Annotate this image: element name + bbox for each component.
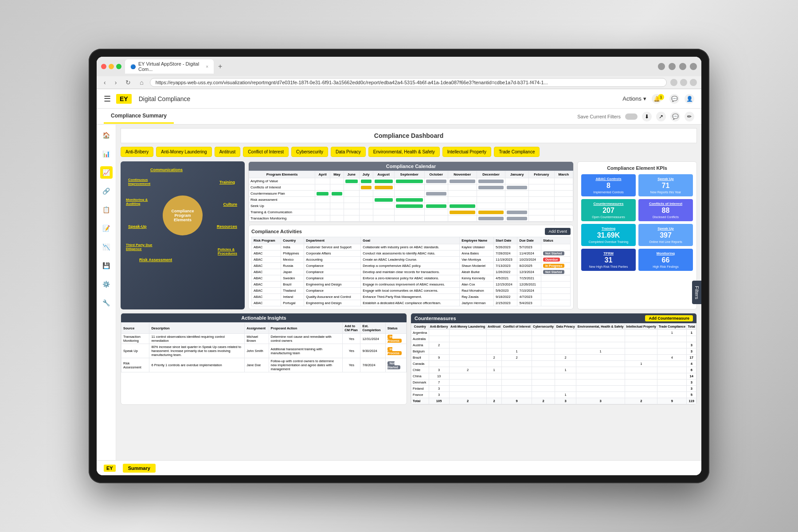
- kpi-card: Compliance Element KPIs ABAC Controls 8 …: [577, 161, 697, 309]
- kpi-item[interactable]: Training 31.69K Completed Overdue Traini…: [581, 224, 636, 246]
- home-button[interactable]: ⌂: [137, 78, 146, 87]
- act-col-dept: Department: [304, 237, 361, 244]
- back-button[interactable]: ‹: [101, 78, 109, 87]
- cpe-risk-label[interactable]: Risk Assessment: [139, 258, 172, 262]
- category-pill[interactable]: Data Privacy: [331, 147, 366, 157]
- hamburger-icon[interactable]: ☰: [104, 94, 111, 104]
- compliance-summary-tab[interactable]: Compliance Summary: [104, 109, 174, 124]
- category-pill[interactable]: Environmental, Health & Safety: [368, 147, 440, 157]
- kpi-item-label[interactable]: ABAC Controls: [584, 177, 633, 181]
- cm-col-ip: Intellectual Property: [625, 324, 657, 330]
- sidebar-links-icon[interactable]: 🔗: [100, 185, 113, 197]
- sidebar: 🏠 📊 📈 🔗 📋 📝 📉 💾 ⚙️ 🔧: [97, 125, 116, 460]
- download-icon[interactable]: ⬇: [642, 112, 652, 121]
- maximize-button[interactable]: [116, 64, 121, 69]
- kpi-item-label[interactable]: Conflicts of Interest: [641, 202, 690, 206]
- cal-col-jul: July: [359, 171, 373, 178]
- kpi-item-label[interactable]: Training: [584, 227, 633, 231]
- kpi-item[interactable]: TPRM 31 New High Risk Third Parties: [581, 249, 636, 271]
- kpi-item[interactable]: ABAC Controls 8 Implemented Controls: [581, 174, 636, 196]
- url-field[interactable]: https://eyapps-web-uss.ey.com/visualizat…: [150, 78, 667, 87]
- cm-col-coi: Conflict of Interest: [502, 324, 532, 330]
- new-tab-button[interactable]: +: [215, 63, 225, 70]
- refresh-button[interactable]: ↻: [123, 78, 133, 87]
- kpi-item[interactable]: Speak Up 71 New Reports this Year: [638, 174, 693, 196]
- kpi-item-label[interactable]: Speak Up: [641, 177, 690, 181]
- menu-icon[interactable]: [690, 79, 697, 86]
- kpi-item-sub: Completed Overdue Training: [584, 240, 633, 243]
- edit-icon[interactable]: ✏: [685, 112, 694, 121]
- cpe-third-party-label[interactable]: Third Party DueDiligence: [126, 243, 153, 251]
- cpe-speak-up-label[interactable]: Speak-Up: [128, 224, 147, 229]
- list-item: Transaction Monitoring 11 control observ…: [121, 334, 407, 344]
- cpe-culture-label[interactable]: Culture: [223, 202, 238, 207]
- notification-badge: 1: [658, 94, 664, 100]
- comment-icon[interactable]: 💬: [670, 112, 680, 121]
- actions-button[interactable]: Actions ▾: [622, 95, 646, 102]
- sidebar-tools-icon[interactable]: 🔧: [100, 297, 113, 309]
- sidebar-chart-icon[interactable]: 📉: [100, 241, 113, 253]
- dashboard-title: Compliance Dashboard: [121, 128, 697, 143]
- kpi-item-label[interactable]: Speak Up: [641, 227, 690, 231]
- kpi-item-label[interactable]: Countermeasures: [584, 202, 633, 206]
- ins-col-status: Status: [385, 323, 406, 334]
- sidebar-analytics-icon[interactable]: 📈: [100, 166, 113, 179]
- kpi-item-sub: New High Risk Third Parties: [584, 265, 633, 268]
- activities-table: Risk Program Country Department Goal Emp…: [251, 237, 571, 306]
- kpi-item[interactable]: Countermeasures 207 Open Countermeasures: [581, 199, 636, 221]
- category-pill[interactable]: Anti-Money Laundering: [156, 147, 211, 157]
- add-event-button[interactable]: Add Event: [545, 228, 571, 235]
- kpi-item-label[interactable]: TPRM: [584, 251, 633, 255]
- category-pill[interactable]: Intellectual Property: [442, 147, 491, 157]
- category-pill[interactable]: Antitrust: [215, 147, 241, 157]
- cpe-policies-label[interactable]: Policies &Procedures: [218, 247, 237, 255]
- category-pill[interactable]: Cybersecurity: [291, 147, 328, 157]
- list-item: Speak Up 80% increase since last quarter…: [121, 344, 407, 358]
- sidebar-docs-icon[interactable]: 📝: [100, 222, 113, 235]
- cpe-card: Communications Training Culture Resource…: [121, 161, 245, 309]
- act-col-start: Start Date: [494, 237, 517, 244]
- kpi-item-label[interactable]: Monitoring: [641, 251, 690, 255]
- cpe-communications-label[interactable]: Communications: [150, 168, 183, 172]
- close-button[interactable]: [101, 64, 106, 69]
- filters-tab[interactable]: Filters: [692, 281, 701, 305]
- cm-col-ab: Anti-Bribery: [429, 324, 449, 330]
- cm-col-at: Antitrust: [486, 324, 502, 330]
- sidebar-home-icon[interactable]: 🏠: [100, 129, 113, 141]
- cal-col-dec: December: [477, 171, 505, 178]
- insights-table: Source Description Assignment Proposed A…: [121, 322, 407, 372]
- cal-col-program: Program Elements: [249, 171, 315, 178]
- minimize-button[interactable]: [109, 64, 114, 69]
- tab-close-button[interactable]: ×: [206, 64, 208, 69]
- cpe-resources-label[interactable]: Resources: [217, 224, 237, 229]
- category-pill[interactable]: Conflict of Interest: [243, 147, 289, 157]
- cal-col-jun: June: [344, 171, 359, 178]
- category-pill[interactable]: Anti-Bribery: [121, 147, 153, 157]
- user-icon[interactable]: 👤: [685, 94, 694, 104]
- kpi-item[interactable]: Monitoring 66 High Risk Findings: [638, 249, 693, 271]
- kpi-item[interactable]: Speak Up 397 Online Hot Line Reports: [638, 224, 693, 246]
- cpe-training-label[interactable]: Training: [219, 180, 235, 184]
- table-row: ABAC Russia Compliance Develop a compreh…: [252, 263, 571, 269]
- ins-col-action: Proposed Action: [269, 323, 343, 334]
- cpe-monitoring-label[interactable]: Monitoring &Auditing: [126, 198, 148, 206]
- extensions-icon[interactable]: [680, 79, 687, 86]
- bottom-summary-tab[interactable]: Summary: [123, 464, 156, 473]
- sidebar-settings-icon[interactable]: ⚙️: [100, 278, 113, 290]
- chat-icon[interactable]: 💬: [669, 94, 679, 104]
- cpe-continuous-label[interactable]: ContinuousImprovement: [128, 178, 150, 186]
- forward-button[interactable]: ›: [112, 78, 120, 87]
- sidebar-list-icon[interactable]: 📋: [100, 203, 113, 216]
- kpi-item[interactable]: Conflicts of Interest 88 Disclosed Confl…: [638, 199, 693, 221]
- browser-icons: [658, 63, 697, 70]
- category-pill[interactable]: Trade Compliance: [494, 147, 540, 157]
- calendar-header: Compliance Calendar: [249, 162, 573, 171]
- table-row: Total 105 2 2 9 2 3 3 2 9 119: [411, 398, 696, 404]
- save-filters-toggle[interactable]: [625, 113, 638, 120]
- bookmark-icon[interactable]: [670, 79, 677, 86]
- browser-tab[interactable]: 🔵 EY Virtual AppStore - Digital Com... ×: [125, 59, 214, 74]
- sidebar-reports-icon[interactable]: 📊: [100, 148, 113, 160]
- share-icon[interactable]: ↗: [656, 112, 666, 121]
- add-countermeasure-button[interactable]: Add Countermeasure: [645, 315, 693, 321]
- sidebar-save-icon[interactable]: 💾: [100, 259, 113, 272]
